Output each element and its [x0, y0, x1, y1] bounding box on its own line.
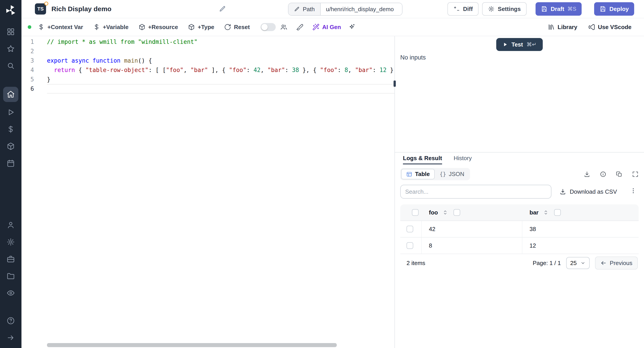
user-icon[interactable]: [4, 218, 18, 232]
select-all-cell[interactable]: [400, 209, 422, 216]
column-header-foo[interactable]: foo: [422, 209, 522, 216]
column-header-bar[interactable]: bar: [522, 209, 639, 216]
page-size-select[interactable]: 25: [566, 257, 590, 269]
table-cell: 8: [422, 238, 522, 254]
variables-dollar-icon[interactable]: [4, 122, 18, 136]
row-select-cell[interactable]: [400, 221, 422, 237]
code-line[interactable]: export async function main() {: [47, 56, 394, 65]
sidebar-group-bottom: [4, 314, 18, 344]
brush-icon: [296, 24, 304, 31]
sort-icon[interactable]: [442, 210, 448, 216]
expand-icon[interactable]: [632, 171, 639, 178]
table-row[interactable]: 812: [400, 238, 639, 254]
topbar-actions: Diff Settings Draft ⌘S Deploy: [448, 2, 634, 16]
top-bar: TS Rich Display demo Path Diff: [22, 0, 644, 18]
diff-icon: [453, 6, 460, 12]
braces-icon: {}: [440, 171, 446, 177]
path-edit-button[interactable]: Path: [288, 3, 321, 15]
code-line[interactable]: [47, 46, 394, 56]
windmill-logo-icon[interactable]: [4, 4, 18, 17]
app-window: TS Rich Display demo Path Diff: [0, 0, 644, 348]
deploy-button[interactable]: Deploy: [594, 2, 634, 16]
editor-toolbar: +Context Var +Variable +Resource +Type R…: [22, 18, 644, 36]
search-input[interactable]: [400, 185, 552, 198]
sort-icon[interactable]: [543, 210, 549, 216]
table-row[interactable]: 4238: [400, 221, 639, 238]
add-type-button[interactable]: +Type: [188, 24, 214, 31]
download-icon[interactable]: [584, 171, 590, 178]
checkbox[interactable]: [412, 209, 418, 216]
draft-button[interactable]: Draft ⌘S: [536, 2, 582, 16]
code-line[interactable]: // import * as wmill from "windmill-clie…: [47, 37, 394, 46]
gear-icon[interactable]: [4, 235, 18, 249]
settings-button[interactable]: Settings: [482, 2, 526, 16]
path-input[interactable]: [321, 3, 402, 15]
workers-briefcase-icon[interactable]: [4, 252, 18, 266]
home-icon[interactable]: [3, 87, 18, 102]
line-number: 5: [22, 75, 34, 84]
code-line[interactable]: [47, 84, 394, 94]
schedules-calendar-icon[interactable]: [4, 156, 18, 170]
test-button[interactable]: Test ⌘↵: [496, 38, 543, 51]
view-json-button[interactable]: {} JSON: [435, 169, 469, 179]
run-panel: Test ⌘↵ No inputs: [395, 36, 644, 152]
table-cell: 38: [522, 221, 639, 237]
no-inputs-text: No inputs: [400, 54, 426, 61]
line-number: 6: [22, 84, 34, 94]
multiplayer-toggle[interactable]: [260, 23, 276, 31]
folders-icon[interactable]: [4, 269, 18, 283]
add-context-var-button[interactable]: +Context Var: [38, 24, 83, 31]
row-select-cell[interactable]: [400, 238, 422, 254]
search-icon[interactable]: [4, 59, 18, 72]
code-line[interactable]: return { "table-row-object": [ ["foo", "…: [47, 65, 394, 75]
add-variable-button[interactable]: +Variable: [93, 24, 128, 31]
copy-icon[interactable]: [616, 171, 622, 178]
download-csv-button[interactable]: Download as CSV: [560, 188, 617, 195]
ai-gen-button[interactable]: AI Gen: [312, 24, 341, 31]
checkbox[interactable]: [554, 209, 561, 216]
star-icon[interactable]: [4, 42, 18, 56]
play-icon: [502, 42, 508, 47]
sidebar-group-nav: [3, 87, 18, 170]
splitter-handle[interactable]: [394, 80, 396, 87]
ai-sparkles-button[interactable]: [348, 24, 355, 31]
code-line[interactable]: }: [47, 75, 394, 84]
code-editor[interactable]: 123456 // import * as wmill from "windmi…: [22, 36, 394, 348]
previous-page-button[interactable]: Previous: [595, 256, 638, 270]
search-row: Download as CSV: [400, 185, 639, 198]
column-label: bar: [530, 209, 538, 216]
horizontal-scrollbar[interactable]: [47, 343, 337, 347]
collapse-arrow-right-icon[interactable]: [4, 331, 18, 344]
result-content: Table {} JSON: [395, 164, 644, 348]
reset-button[interactable]: Reset: [224, 24, 250, 31]
tab-history[interactable]: History: [454, 155, 472, 164]
resources-cube-icon[interactable]: [4, 140, 18, 153]
code-lines[interactable]: // import * as wmill from "windmill-clie…: [47, 37, 394, 348]
main-area: TS Rich Display demo Path Diff: [22, 0, 644, 348]
cube-icon: [138, 24, 146, 31]
checkbox[interactable]: [406, 242, 413, 249]
multiplayer-users-button[interactable]: [280, 24, 287, 31]
gear-icon: [488, 6, 495, 12]
tab-logs-result[interactable]: Logs & Result: [403, 155, 442, 164]
format-code-button[interactable]: [296, 24, 304, 31]
view-table-button[interactable]: Table: [401, 169, 435, 179]
workspace: 123456 // import * as wmill from "windmi…: [22, 36, 644, 348]
kebab-icon: [630, 187, 637, 194]
checkbox[interactable]: [406, 226, 413, 232]
info-icon[interactable]: [600, 171, 606, 178]
library-button[interactable]: Library: [548, 24, 577, 31]
diff-button[interactable]: Diff: [448, 2, 478, 16]
add-resource-button[interactable]: +Resource: [138, 24, 178, 31]
line-number: 1: [22, 37, 34, 46]
more-options-button[interactable]: [628, 187, 639, 196]
result-table-header: foobar: [400, 204, 639, 221]
use-vscode-button[interactable]: Use VScode: [588, 24, 632, 31]
audit-eye-icon[interactable]: [4, 286, 18, 300]
runs-play-icon[interactable]: [4, 106, 18, 119]
edit-summary-button[interactable]: [219, 5, 226, 12]
checkbox[interactable]: [454, 209, 460, 216]
path-field: Path: [288, 3, 402, 16]
apps-grid-icon[interactable]: [4, 25, 18, 38]
help-icon[interactable]: [4, 314, 18, 328]
